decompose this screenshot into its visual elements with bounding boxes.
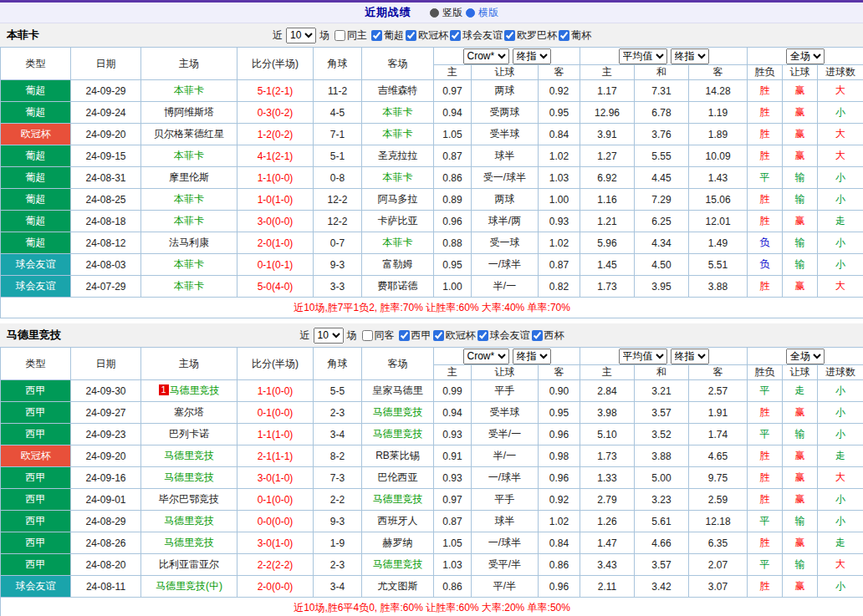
- away-team-name[interactable]: 赫罗纳: [383, 537, 413, 548]
- away-team-name[interactable]: 马德里竞技: [373, 558, 423, 570]
- horizontal-radio[interactable]: [466, 8, 475, 18]
- league-filter[interactable]: 欧冠杯: [433, 328, 476, 343]
- vertical-radio[interactable]: [430, 8, 439, 18]
- league-checkbox[interactable]: [559, 30, 569, 41]
- home-team-name[interactable]: 本菲卡: [174, 280, 204, 292]
- league-filter[interactable]: 球会友谊: [477, 328, 530, 343]
- score-cell[interactable]: 2-2(2-2): [237, 554, 314, 576]
- away-team-name[interactable]: 阿马多拉: [378, 193, 418, 205]
- score-cell[interactable]: 3-0(0-0): [237, 211, 314, 232]
- home-team-name[interactable]: 比利亚雷亚尔: [159, 558, 219, 570]
- league-filter[interactable]: 西杯: [532, 328, 564, 343]
- horizontal-radio-label[interactable]: 横版: [478, 6, 498, 20]
- home-team-name[interactable]: 博阿维斯塔: [164, 106, 214, 118]
- score-cell[interactable]: 3-0(1-0): [237, 467, 314, 489]
- league-checkbox[interactable]: [399, 330, 410, 341]
- score-cell[interactable]: 0-0(0-0): [237, 511, 314, 532]
- away-team-name[interactable]: 圣克拉拉: [378, 150, 418, 161]
- score-cell[interactable]: 2-1(1-1): [237, 445, 314, 467]
- away-team-name[interactable]: 马德里竞技: [373, 406, 423, 418]
- odds-company-select[interactable]: Crow*: [463, 349, 509, 364]
- home-team-name[interactable]: 法马利康: [169, 237, 209, 248]
- away-team-name[interactable]: 巴伦西亚: [378, 471, 418, 483]
- odds-time-select[interactable]: 终指: [513, 349, 551, 364]
- home-team-name[interactable]: 巴列卡诺: [169, 428, 209, 440]
- away-team-name[interactable]: 本菲卡: [383, 237, 413, 248]
- away-team-name[interactable]: 尤文图斯: [378, 580, 418, 592]
- home-team-name[interactable]: 毕尔巴鄂竞技: [159, 493, 219, 505]
- same-venue-checkbox[interactable]: [334, 30, 345, 41]
- home-team-name[interactable]: 塞尔塔: [174, 406, 204, 418]
- score-cell[interactable]: 0-1(0-1): [237, 254, 314, 276]
- score-cell[interactable]: 1-1(0-0): [237, 167, 314, 189]
- average-select[interactable]: 平均值: [619, 48, 667, 64]
- league-checkbox[interactable]: [433, 330, 444, 341]
- odds-company-select[interactable]: Crow*: [463, 48, 509, 64]
- match-count-select[interactable]: 10: [286, 28, 316, 43]
- score-cell[interactable]: 2-0(1-0): [237, 232, 314, 254]
- home-team-name[interactable]: 马德里竞技: [164, 450, 214, 461]
- away-team-name[interactable]: 富勒姆: [383, 258, 413, 270]
- league-filter[interactable]: 葡超: [371, 28, 404, 43]
- average-select[interactable]: 平均值: [619, 349, 667, 364]
- league-checkbox[interactable]: [406, 30, 416, 41]
- away-team-name[interactable]: RB莱比锡: [375, 450, 420, 461]
- same-venue-filter[interactable]: 同主: [334, 28, 367, 43]
- away-team-name[interactable]: 费耶诺德: [378, 280, 418, 292]
- away-team-name[interactable]: 吉维森特: [378, 84, 418, 96]
- home-team-name[interactable]: 马德里竞技: [164, 471, 214, 483]
- league-checkbox[interactable]: [371, 30, 382, 41]
- league-filter[interactable]: 球会友谊: [450, 28, 503, 43]
- same-venue-filter[interactable]: 同客: [362, 328, 395, 343]
- score-cell[interactable]: 0-1(0-0): [237, 489, 314, 511]
- league-filter[interactable]: 西甲: [399, 328, 432, 343]
- vertical-radio-label[interactable]: 竖版: [442, 6, 462, 20]
- score-cell[interactable]: 1-1(1-0): [237, 424, 314, 445]
- away-team-name[interactable]: 本菲卡: [383, 106, 413, 118]
- score-cell[interactable]: 4-1(2-1): [237, 145, 314, 167]
- handicap-result-cell: 赢: [783, 576, 818, 598]
- score-cell[interactable]: 0-1(0-0): [237, 402, 314, 424]
- score-cell[interactable]: 5-1(2-1): [237, 80, 314, 102]
- league-filter[interactable]: 欧冠杯: [406, 28, 448, 43]
- home-team-name[interactable]: 本菲卡: [174, 258, 204, 270]
- away-team-name[interactable]: 西班牙人: [378, 515, 418, 527]
- average-time-select[interactable]: 终指: [671, 349, 709, 364]
- home-team-name[interactable]: 马德里竞技: [164, 515, 214, 527]
- match-count-select[interactable]: 10: [314, 328, 344, 344]
- average-time-select[interactable]: 终指: [671, 48, 709, 64]
- home-team-name[interactable]: 本菲卡: [174, 215, 204, 227]
- home-team-name[interactable]: 摩里伦斯: [169, 171, 209, 183]
- league-checkbox[interactable]: [477, 330, 488, 341]
- home-team-name[interactable]: 本菲卡: [174, 193, 204, 205]
- score-cell[interactable]: 1-0(1-0): [237, 189, 314, 211]
- score-cell[interactable]: 2-0(0-0): [237, 576, 314, 598]
- scope-select[interactable]: 全场: [786, 48, 825, 64]
- score-cell[interactable]: 1-2(0-2): [237, 124, 314, 145]
- away-team-name[interactable]: 本菲卡: [383, 128, 413, 140]
- home-team-name[interactable]: 马德里竞技(中): [156, 580, 222, 592]
- score-cell[interactable]: 1-1(0-0): [237, 380, 314, 402]
- home-team-name[interactable]: 贝尔格莱德红星: [154, 128, 224, 140]
- league-checkbox[interactable]: [450, 30, 461, 41]
- score-cell[interactable]: 0-3(0-2): [237, 102, 314, 124]
- home-team-name[interactable]: 马德里竞技: [170, 384, 220, 396]
- away-team-name[interactable]: 皇家马德里: [373, 384, 423, 396]
- score-cell[interactable]: 5-0(4-0): [237, 276, 314, 298]
- league-checkbox[interactable]: [504, 30, 515, 41]
- match-row: 西甲 24-08-20 比利亚雷亚尔 2-2(2-2) 2-3 马德里竞技 1.…: [1, 554, 863, 576]
- home-team-name[interactable]: 本菲卡: [174, 84, 204, 96]
- odds-time-select[interactable]: 终指: [513, 48, 551, 64]
- scope-select[interactable]: 全场: [786, 349, 825, 364]
- score-cell[interactable]: 3-0(1-0): [237, 532, 314, 554]
- away-team-name[interactable]: 马德里竞技: [373, 493, 423, 505]
- same-venue-checkbox[interactable]: [362, 330, 373, 341]
- away-team-name[interactable]: 马德里竞技: [373, 428, 423, 440]
- league-filter[interactable]: 欧罗巴杯: [504, 28, 557, 43]
- away-team-name[interactable]: 卡萨比亚: [378, 215, 418, 227]
- league-filter[interactable]: 葡杯: [559, 28, 591, 43]
- home-team-name[interactable]: 马德里竞技: [164, 537, 214, 548]
- away-team-name[interactable]: 本菲卡: [383, 171, 413, 183]
- home-team-name[interactable]: 本菲卡: [174, 150, 204, 161]
- league-checkbox[interactable]: [532, 330, 543, 341]
